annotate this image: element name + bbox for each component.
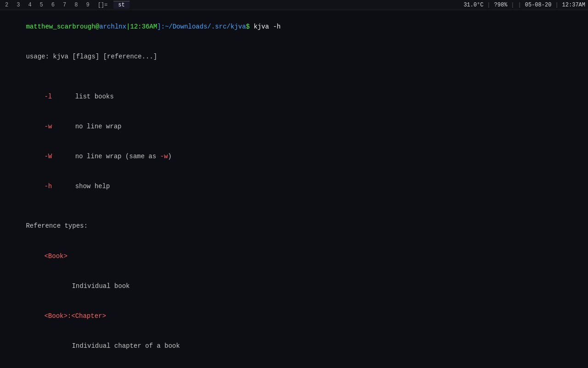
usage-line: usage: kjva [flags] [reference...] [3,42,585,72]
flag-l-line: -l list books [3,82,585,112]
flag-W-line: -W no line wrap (same as -w) [3,142,585,172]
prompt1-path: ]:~/Downloads/.src/kjva [157,23,246,30]
active-tab[interactable]: st [113,1,129,9]
ref-book-line: <Book> [3,242,585,271]
prompt1-at: @ [96,23,99,30]
flag-l-desc: list books [52,93,113,100]
terminal-content[interactable]: matthew_scarbrough@archlnx|12:36AM]:~/Do… [0,10,588,368]
blank-1 [3,72,585,82]
separator3: | [518,2,521,8]
flag-w-ref: -w [160,153,168,160]
ref-book-desc: Individual book [3,271,585,301]
tab-number-7[interactable]: 8 [72,1,80,9]
ref-types-label: Reference types: [26,222,87,230]
tab-number-1[interactable]: 2 [3,1,11,9]
book-chapter-desc-text: Individual chapter of a book [72,342,180,350]
topbar-left: 2 3 4 5 6 7 8 9 []= st [3,1,130,9]
blank-2 [3,201,585,212]
terminal-window: 2 3 4 5 6 7 8 9 []= st 31.0°C | ?98% | |… [0,0,588,368]
book-desc-text: Individual book [72,282,130,290]
ref-book-chapter-line: <Book>:<Chapter> [3,301,585,331]
flag-w: -w [44,123,52,130]
prompt1-host: archlnx [99,23,126,30]
tab-number-6[interactable]: 7 [61,1,68,9]
flag-W: -W [44,153,52,160]
ref-verse-line: <Book>:<Chapter>:<Verse>[,<Verse>]... [3,361,585,368]
flag-w-line: -w no line wrap [3,112,585,142]
temperature: 31.0°C [464,2,483,8]
tag-book-chapter: <Book>:<Chapter> [44,312,106,320]
tab-number-3[interactable]: 4 [26,1,34,9]
tab-number-8[interactable]: 9 [84,1,91,9]
flag-w-desc: no line wrap [52,123,121,130]
status-bar: 31.0°C | ?98% | | 05-08-20 | 12:37AM [464,2,585,8]
prompt1-time: 12:36AM [130,23,157,30]
flag-h-desc: show help [52,183,110,190]
ref-types-header: Reference types: [3,212,585,242]
tab-number-2[interactable]: 3 [14,1,22,9]
flag-W-desc-end: ) [168,153,171,160]
flag-h-line: -h show help [3,172,585,201]
topbar: 2 3 4 5 6 7 8 9 []= st 31.0°C | ?98% | |… [0,0,588,10]
brackets-indicator: []= [96,1,110,9]
time: 12:37AM [562,2,585,8]
battery: ?98% [494,2,508,8]
flag-h: -h [44,183,52,190]
date: 05-08-20 [525,2,552,8]
prompt-line-1: matthew_scarbrough@archlnx|12:36AM]:~/Do… [3,12,585,42]
separator1: | [487,2,490,8]
separator4: | [555,2,558,8]
prompt1-cmd: kjva -h [250,23,281,30]
flag-W-desc-start: no line wrap (same as [52,153,160,160]
ref-book-chapter-desc: Individual chapter of a book [3,331,585,361]
separator2: | [511,2,514,8]
usage-text: usage: kjva [flags] [reference...] [26,53,157,60]
flag-l: -l [44,93,52,100]
prompt1-user: matthew_scarbrough [26,23,95,30]
tag-book: <Book> [44,253,67,260]
tab-number-5[interactable]: 6 [49,1,57,9]
tab-number-4[interactable]: 5 [38,1,45,9]
prompt1-dollar: $ [246,23,249,30]
